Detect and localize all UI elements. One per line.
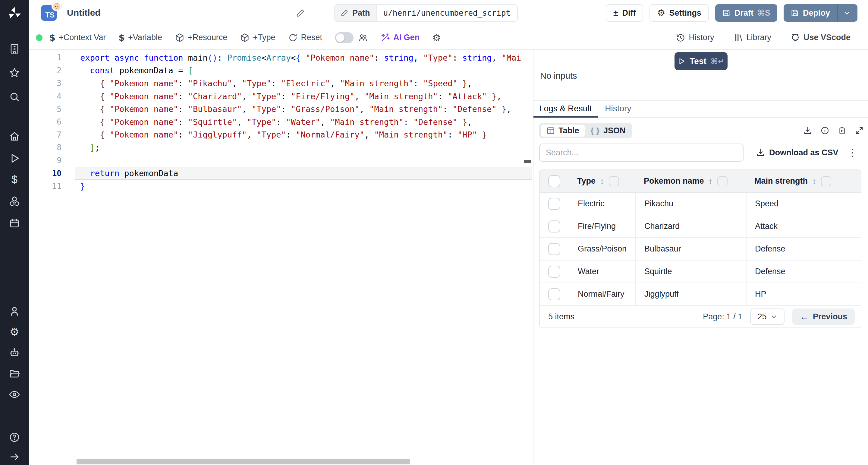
code-line[interactable]: 11} (29, 180, 532, 193)
edit-summary-pencil-icon[interactable] (296, 8, 305, 18)
table-cell: Speed (746, 193, 861, 215)
line-number: 8 (29, 141, 75, 154)
horizontal-scrollbar[interactable] (76, 459, 410, 464)
ai-gen-button[interactable]: AI Gen (380, 33, 420, 42)
table-icon (546, 126, 555, 135)
path-field[interactable]: Path u/henri/unencumbered_script (334, 4, 518, 22)
play-icon[interactable] (8, 152, 21, 165)
view-switcher: Table { } JSON (539, 123, 632, 138)
code-line[interactable]: 1export async function main(): Promise<A… (29, 51, 532, 64)
checkbox[interactable] (717, 176, 727, 186)
kebab-menu-icon[interactable]: ⋮ (847, 148, 857, 157)
expand-sidebar-arrow-icon[interactable] (8, 450, 21, 464)
sidebar: $ ⚙ (0, 0, 29, 465)
code-line[interactable]: 8 ]; (29, 141, 532, 154)
row-select-cell (540, 215, 569, 237)
chevron-down-icon[interactable] (843, 9, 850, 17)
eye-icon[interactable] (8, 388, 21, 401)
code-line[interactable]: 2 const pokemonData = [ (29, 64, 532, 77)
settings-button[interactable]: ⚙ Settings (650, 4, 709, 22)
tab-logs-result[interactable]: Logs & Result (533, 101, 598, 118)
code-line[interactable]: 5 { "Pokemon name": "Bulbasaur", "Type":… (29, 103, 532, 116)
items-count: 5 items (548, 312, 575, 321)
table-cell: Jigglypuff (635, 283, 746, 305)
page-size-select[interactable]: 25 (750, 309, 784, 325)
expand-icon[interactable] (855, 126, 864, 135)
building-icon[interactable] (8, 42, 21, 56)
draft-button[interactable]: Draft ⌘S (715, 4, 777, 22)
download-csv-button[interactable]: Download as CSV (756, 148, 838, 157)
code-line[interactable]: 3 { "Pokemon name": "Pikachu", "Type": "… (29, 77, 532, 90)
code-text: return pokemonData (75, 167, 532, 180)
column-header-label: Pokemon name (644, 176, 704, 186)
calendar-icon[interactable] (8, 216, 21, 230)
line-number: 10 (29, 167, 75, 180)
use-vscode-button[interactable]: Use VScode (790, 33, 850, 42)
checkbox[interactable] (548, 288, 560, 300)
test-button[interactable]: Test ⌘↵ (675, 52, 727, 70)
row-select-cell (540, 238, 569, 260)
table-cell: Grass/Poison (569, 238, 635, 260)
checkbox[interactable] (548, 175, 560, 187)
code-line[interactable]: 9 (29, 154, 532, 167)
wand-sparkles-icon (380, 33, 390, 42)
code-editor[interactable]: 1export async function main(): Promise<A… (29, 50, 532, 465)
table-cell: Pikachu (635, 193, 746, 215)
folder-icon[interactable] (8, 367, 21, 380)
sort-icon[interactable]: ↕ (709, 176, 713, 186)
collab-toggle[interactable] (335, 32, 353, 43)
table-row: Fire/FlyingCharizardAttack (540, 215, 861, 238)
windmill-logo-icon[interactable] (7, 6, 22, 21)
table-cell: Squirtle (635, 261, 746, 283)
checkbox[interactable] (548, 243, 560, 255)
cubes-icon[interactable] (8, 195, 21, 208)
gear-icon: ⚙ (657, 8, 665, 18)
column-header-label: Type (577, 176, 595, 186)
code-line[interactable]: 7 { "Pokemon name": "Jigglypuff", "Type"… (29, 128, 532, 141)
library-button[interactable]: Library (733, 33, 771, 42)
code-line[interactable]: 10 return pokemonData (29, 167, 532, 180)
search-input[interactable] (539, 144, 744, 162)
refresh-icon (288, 33, 298, 42)
reset-button[interactable]: Reset (288, 33, 322, 42)
script-settings-gear-icon[interactable]: ⚙ (432, 33, 441, 42)
tab-history[interactable]: History (598, 101, 638, 118)
path-label-section: Path (335, 5, 377, 21)
add-resource-button[interactable]: +Resource (175, 33, 227, 42)
download-icon[interactable] (803, 126, 812, 135)
checkbox[interactable] (548, 266, 560, 278)
code-line[interactable]: 4 { "Pokemon name": "Charizard", "Type":… (29, 90, 532, 103)
diff-button[interactable]: ± Diff (606, 4, 643, 22)
star-icon[interactable] (8, 66, 21, 79)
search-icon[interactable] (8, 90, 21, 104)
view-table-button[interactable]: Table (540, 124, 585, 137)
clipboard-copy-icon[interactable] (838, 126, 846, 135)
history-button[interactable]: History (676, 33, 714, 42)
result-body: Table { } JSON (533, 118, 868, 328)
dollar-icon[interactable]: $ (8, 173, 21, 186)
code-line[interactable]: 6 { "Pokemon name": "Squirtle", "Type": … (29, 116, 532, 128)
checkbox[interactable] (548, 198, 560, 210)
checkbox[interactable] (821, 176, 831, 186)
sort-icon[interactable]: ↕ (600, 176, 604, 186)
add-variable-button[interactable]: $ +Variable (119, 32, 162, 43)
topbar-actions: ± Diff ⚙ Settings Draft ⌘S Deploy (606, 4, 858, 22)
settings-gear-icon[interactable]: ⚙ (8, 325, 21, 339)
topbar: TS Untitled Path u/henri/unencumbered_sc… (29, 0, 868, 26)
sort-icon[interactable]: ↕ (812, 176, 816, 186)
code-text: } (75, 180, 532, 193)
home-icon[interactable] (8, 130, 21, 143)
checkbox[interactable] (609, 176, 619, 186)
user-icon[interactable] (8, 304, 21, 318)
info-icon[interactable] (820, 126, 830, 135)
help-icon[interactable] (8, 431, 21, 444)
view-json-button[interactable]: { } JSON (585, 124, 631, 137)
robot-icon[interactable] (8, 346, 21, 359)
add-context-var-button[interactable]: $ +Context Var (49, 32, 106, 43)
previous-page-button[interactable]: ← Previous (792, 309, 855, 325)
deploy-button[interactable]: Deploy (784, 4, 858, 22)
chevron-down-icon (771, 314, 777, 320)
checkbox[interactable] (548, 221, 560, 233)
add-type-button[interactable]: +Type (240, 33, 275, 42)
status-dot (36, 34, 42, 41)
